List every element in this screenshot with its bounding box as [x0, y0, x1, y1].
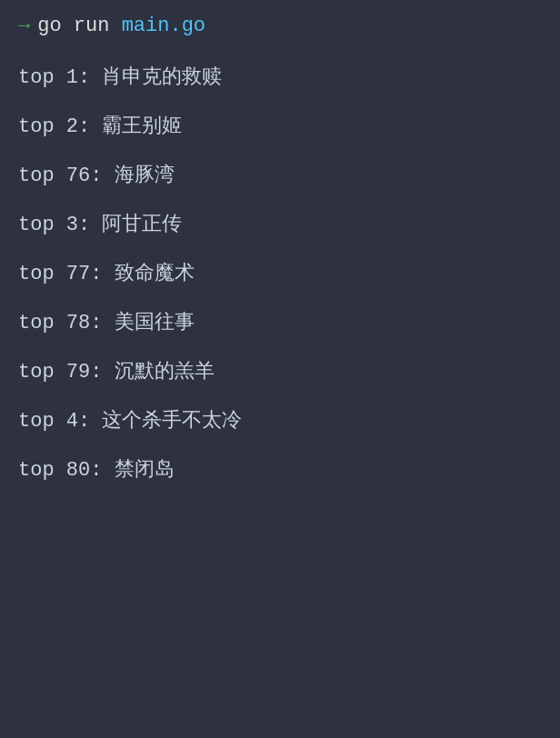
list-item: top 2: 霸王别姬 — [18, 103, 542, 152]
list-item: top 1: 肖申克的救赎 — [18, 54, 542, 103]
list-item: top 3: 阿甘正传 — [18, 201, 542, 250]
list-item: top 80: 禁闭岛 — [18, 446, 542, 495]
list-item: top 79: 沉默的羔羊 — [18, 348, 542, 397]
command-go: go run — [37, 15, 121, 37]
list-item: top 4: 这个杀手不太冷 — [18, 397, 542, 446]
command-file: main.go — [122, 15, 205, 37]
arrow-icon: → — [18, 16, 30, 36]
command-line: → go run main.go — [18, 15, 542, 37]
terminal-window: → go run main.go top 1: 肖申克的救赎top 2: 霸王别… — [0, 0, 560, 738]
list-item: top 76: 海豚湾 — [18, 152, 542, 201]
list-item: top 78: 美国往事 — [18, 299, 542, 348]
list-item: top 77: 致命魔术 — [18, 250, 542, 299]
movie-list: top 1: 肖申克的救赎top 2: 霸王别姬top 76: 海豚湾top 3… — [18, 54, 542, 495]
command-text: go run main.go — [37, 15, 205, 37]
